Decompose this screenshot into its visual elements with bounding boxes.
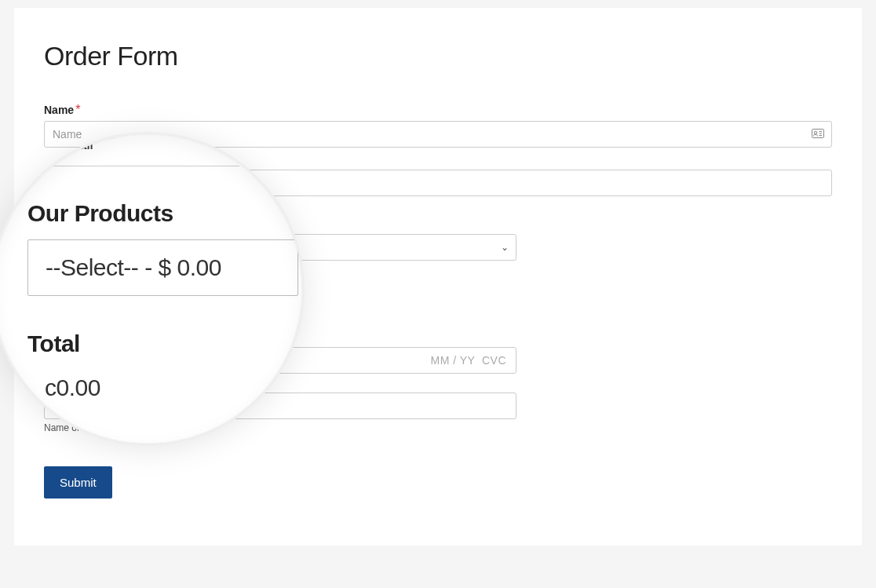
magnified-products-heading: Our Products [27,200,279,227]
magnified-products-select[interactable]: --Select-- - $ 0.00 [27,239,298,296]
page-title: Order Form [44,41,832,71]
magnified-selected-option: --Select-- - $ 0.00 [46,254,221,281]
svg-point-1 [814,131,817,134]
magnifier-overlay: ail Our Products --Select-- - $ 0.00 Tot… [0,132,305,446]
magnified-divider [26,166,239,166]
name-label: Name [44,104,74,116]
required-star: * [75,103,80,116]
card-expiry-cvc-placeholder: MM / YY CVC [430,354,506,367]
submit-button[interactable]: Submit [44,466,112,499]
magnified-total-heading: Total [27,331,279,357]
contact-card-icon[interactable] [812,127,824,141]
svg-rect-0 [812,130,824,138]
magnified-total-value: c0.00 [27,374,279,401]
